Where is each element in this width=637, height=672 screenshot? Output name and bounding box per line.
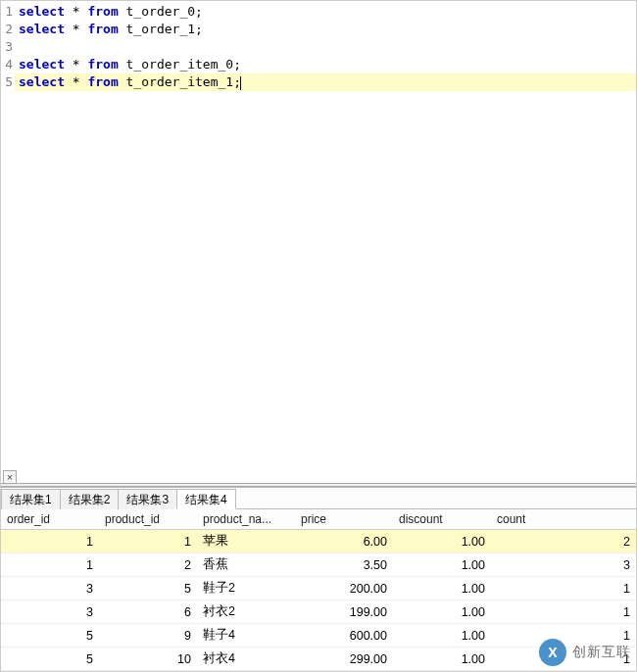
column-header[interactable]: order_id (1, 509, 99, 530)
code-line[interactable]: select * from t_order_item_0; (19, 56, 636, 73)
cell[interactable]: 衬衣4 (197, 648, 295, 671)
cell[interactable]: 3 (1, 577, 99, 600)
cell[interactable]: 9 (99, 624, 197, 648)
result-tab[interactable]: 结果集4 (176, 489, 236, 509)
cell[interactable]: 6 (99, 600, 197, 624)
cell[interactable]: 600.00 (295, 624, 393, 648)
cell[interactable]: 5 (99, 577, 197, 600)
results-panel: 结果集1结果集2结果集3结果集4 order_idproduct_idprodu… (1, 487, 636, 671)
column-header[interactable]: discount (393, 509, 491, 530)
line-number: 5 (1, 73, 15, 91)
cell[interactable]: 1.00 (393, 577, 491, 600)
cell[interactable]: 10 (99, 648, 197, 671)
line-number: 3 (1, 38, 15, 56)
text-caret (240, 76, 241, 90)
cell[interactable]: 2 (99, 553, 197, 577)
cell[interactable]: 1.00 (393, 553, 491, 577)
column-header[interactable]: product_na... (197, 509, 295, 530)
cell[interactable]: 香蕉 (197, 553, 295, 577)
cell[interactable]: 5 (1, 648, 99, 671)
close-icon[interactable]: × (3, 470, 17, 484)
cell[interactable]: 苹果 (197, 530, 295, 553)
cell[interactable]: 1 (1, 530, 99, 553)
table-row[interactable]: 59鞋子4600.001.001 (1, 624, 636, 648)
cell[interactable]: 1.00 (393, 648, 491, 671)
pane-divider[interactable]: × (1, 483, 636, 487)
cell[interactable]: 5 (1, 624, 99, 648)
result-tabs: 结果集1结果集2结果集3结果集4 (1, 488, 636, 509)
cell[interactable]: 3 (491, 553, 636, 577)
cell[interactable]: 3 (1, 600, 99, 624)
result-tab[interactable]: 结果集1 (1, 489, 61, 509)
code-line[interactable]: select * from t_order_item_1; (15, 73, 636, 91)
cell[interactable]: 200.00 (295, 577, 393, 600)
table-row[interactable]: 36衬衣2199.001.001 (1, 600, 636, 624)
cell[interactable]: 鞋子2 (197, 577, 295, 600)
cell[interactable]: 鞋子4 (197, 624, 295, 648)
code-line[interactable]: select * from t_order_1; (19, 21, 636, 38)
table-row[interactable]: 510衬衣4299.001.001 (1, 648, 636, 671)
code-line[interactable] (19, 38, 636, 56)
table-row[interactable]: 11苹果6.001.002 (1, 530, 636, 553)
cell[interactable]: 1 (491, 577, 636, 600)
sql-editor[interactable]: 12345 select * from t_order_0;select * f… (1, 1, 636, 483)
result-tab[interactable]: 结果集2 (60, 489, 120, 509)
line-number: 4 (1, 56, 15, 73)
cell[interactable]: 1.00 (393, 624, 491, 648)
cell[interactable]: 1 (1, 553, 99, 577)
column-header[interactable]: product_id (99, 509, 197, 530)
app-window: 12345 select * from t_order_0;select * f… (0, 0, 637, 672)
cell[interactable]: 6.00 (295, 530, 393, 553)
cell[interactable]: 3.50 (295, 553, 393, 577)
cell[interactable]: 1 (99, 530, 197, 553)
grid-header-row: order_idproduct_idproduct_na...pricedisc… (1, 509, 636, 530)
line-gutter: 12345 (1, 1, 15, 91)
cell[interactable]: 299.00 (295, 648, 393, 671)
table-row[interactable]: 35鞋子2200.001.001 (1, 577, 636, 600)
cell[interactable]: 199.00 (295, 600, 393, 624)
cell[interactable]: 1 (491, 600, 636, 624)
result-grid[interactable]: order_idproduct_idproduct_na...pricedisc… (1, 509, 636, 671)
cell[interactable]: 1.00 (393, 600, 491, 624)
cell[interactable]: 1.00 (393, 530, 491, 553)
result-tab[interactable]: 结果集3 (118, 489, 177, 509)
line-number: 1 (1, 3, 15, 21)
cell[interactable]: 1 (491, 624, 636, 648)
line-number: 2 (1, 21, 15, 38)
cell[interactable]: 衬衣2 (197, 600, 295, 624)
cell[interactable]: 2 (491, 530, 636, 553)
code-area[interactable]: select * from t_order_0;select * from t_… (15, 1, 636, 91)
table-row[interactable]: 12香蕉3.501.003 (1, 553, 636, 577)
column-header[interactable]: count (491, 509, 636, 530)
cell[interactable]: 1 (491, 648, 636, 671)
code-line[interactable]: select * from t_order_0; (19, 3, 636, 21)
column-header[interactable]: price (295, 509, 393, 530)
